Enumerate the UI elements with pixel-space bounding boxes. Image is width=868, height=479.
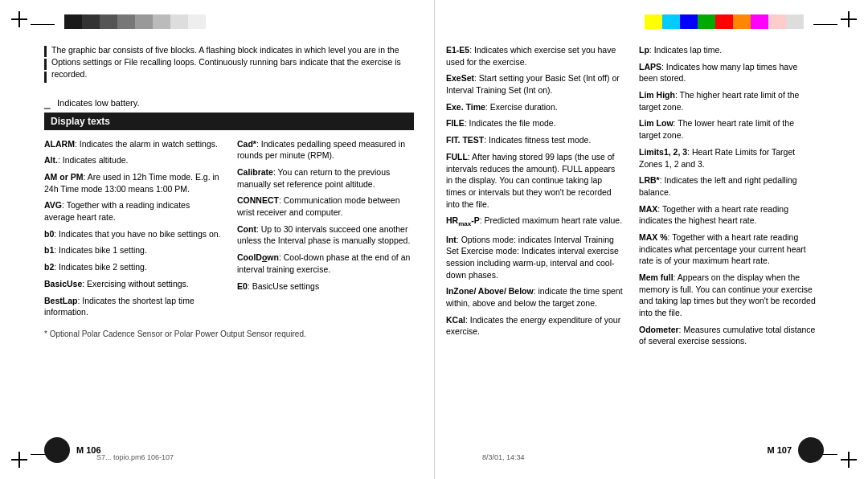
battery-section: ⎯Indicates low battery. (44, 97, 414, 109)
reg-mark-tr (841, 11, 857, 27)
terms-col-1: ALARM: Indicates the alarm in watch sett… (44, 138, 221, 323)
term-block: Cad*: Indicates pedalling speed measured… (237, 138, 414, 162)
term-block: MAX: Together with a heart rate reading … (639, 203, 816, 227)
section-header: Display texts (44, 113, 414, 130)
term-block: AM or PM: Are used in 12h Time mode. E.g… (44, 171, 221, 194)
footnote: * Optional Polar Cadence Sensor or Polar… (44, 330, 414, 338)
term-block: Mem full: Appears on the display when th… (639, 272, 816, 319)
bar-indicator-1 (44, 46, 47, 57)
term-block: Lim High: The higher heart rate limit of… (639, 89, 816, 113)
term-block: Lim Low: The lower heart rate limit of t… (639, 117, 816, 141)
term-block: ExeSet: Start setting your Basic Set (In… (446, 72, 623, 96)
term-block: Lp: Indicates lap time. (639, 44, 816, 56)
term-block: FILE: Indicates the file mode. (446, 117, 623, 129)
color-bar-right (645, 14, 804, 29)
term-block: b0: Indicates that you have no bike sett… (44, 228, 221, 240)
term-block: b2: Indicates bike 2 setting. (44, 261, 221, 273)
right-page: E1-E5: Indicates which exercise set you … (446, 44, 816, 435)
term-block: Calibrate: You can return to the previou… (237, 166, 414, 190)
page-number-right: M 107 (767, 437, 824, 463)
right-col-1: E1-E5: Indicates which exercise set you … (446, 44, 623, 352)
term-block: Odometer: Measures cumulative total dist… (639, 324, 816, 347)
term-block: E0: BasicUse settings (237, 280, 414, 293)
page-label-right: M 107 (767, 445, 792, 455)
right-col-2: Lp: Indicates lap time.LAPS: Indicates h… (639, 44, 816, 352)
term-block: LAPS: Indicates how many lap times have … (639, 61, 816, 84)
reg-mark-bl (11, 452, 27, 468)
term-block: Limits1, 2, 3: Heart Rate Limits for Tar… (639, 146, 816, 170)
color-bar-left (64, 14, 206, 29)
page-circle-right (798, 437, 824, 463)
term-block: LRB*: Indicates the left and right pedal… (639, 174, 816, 198)
term-block: CONNECT: Communication mode between wris… (237, 194, 414, 218)
term-block: FIT. TEST: Indicates fitness test mode. (446, 134, 623, 146)
center-divider (434, 0, 435, 479)
term-block: HRmax-P: Predicted maximum heart rate va… (446, 215, 623, 228)
graphic-bar-description: The graphic bar consists of five blocks.… (51, 44, 414, 81)
term-block: InZone/ Above/ Below: indicate the time … (446, 285, 623, 309)
term-block: E1-E5: Indicates which exercise set you … (446, 44, 623, 68)
term-block: ALARM: Indicates the alarm in watch sett… (44, 138, 221, 150)
term-block: CoolDown: Cool-down phase at the end of … (237, 252, 414, 275)
file-info-right: 8/3/01, 14:34 (482, 453, 525, 461)
term-block: MAX %: Together with a heart rate readin… (639, 231, 816, 267)
page-circle-left (44, 437, 70, 463)
term-block: AVG: Together with a reading indicates a… (44, 199, 221, 223)
reg-mark-br (841, 452, 857, 468)
term-block: Cont: Up to 30 intervals succeed one ano… (237, 223, 414, 247)
file-info-left: S7... topio.pm6 106-107 (96, 453, 174, 461)
terms-col-2: Cad*: Indicates pedalling speed measured… (237, 138, 414, 323)
right-columns: E1-E5: Indicates which exercise set you … (446, 44, 816, 352)
hrule-tr (813, 24, 837, 25)
term-block: b1: Indicates bike 1 setting. (44, 244, 221, 256)
term-block: Exe. Time: Exercise duration. (446, 101, 623, 113)
bar-indicator-3 (44, 72, 47, 83)
display-texts-columns: ALARM: Indicates the alarm in watch sett… (44, 138, 414, 323)
left-page: The graphic bar consists of five blocks.… (44, 44, 414, 435)
term-block: BestLap: Indicates the shortest lap time… (44, 295, 221, 318)
reg-mark-tl (11, 11, 27, 27)
bar-indicator-2 (44, 59, 47, 70)
term-block: BasicUse: Exercising without settings. (44, 278, 221, 290)
hrule-tl (31, 24, 55, 25)
term-block: Alt.: Indicates altitude. (44, 154, 221, 166)
term-block: KCal: Indicates the energy expenditure o… (446, 314, 623, 338)
term-block: Int: Options mode: indicates Interval Tr… (446, 234, 623, 281)
page-number-left: M 106 (44, 437, 101, 463)
term-block: FULL: After having stored 99 laps (the u… (446, 151, 623, 210)
